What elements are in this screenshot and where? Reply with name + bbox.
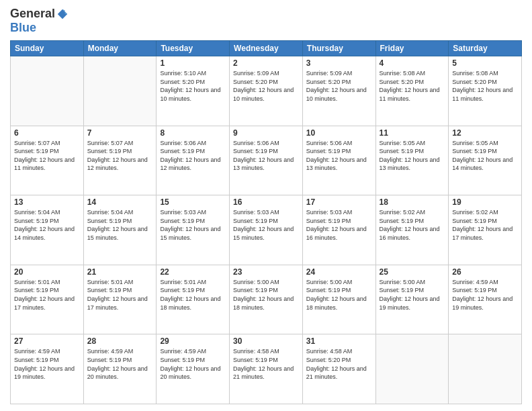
page-header: General Blue bbox=[10, 7, 522, 35]
calendar-cell: 30Sunrise: 4:58 AMSunset: 5:19 PMDayligh… bbox=[230, 334, 303, 404]
calendar-cell: 1Sunrise: 5:10 AMSunset: 5:20 PMDaylight… bbox=[157, 56, 230, 126]
day-number: 26 bbox=[452, 267, 518, 277]
day-info: Sunrise: 4:58 AMSunset: 5:20 PMDaylight:… bbox=[306, 347, 372, 381]
calendar: SundayMondayTuesdayWednesdayThursdayFrid… bbox=[10, 40, 522, 404]
day-info: Sunrise: 5:03 AMSunset: 5:19 PMDaylight:… bbox=[233, 208, 299, 242]
calendar-body: 1Sunrise: 5:10 AMSunset: 5:20 PMDaylight… bbox=[11, 56, 522, 404]
logo-blue-text: Blue bbox=[10, 21, 36, 35]
day-info: Sunrise: 5:06 AMSunset: 5:19 PMDaylight:… bbox=[233, 139, 299, 173]
day-info: Sunrise: 5:03 AMSunset: 5:19 PMDaylight:… bbox=[306, 208, 372, 242]
calendar-cell: 28Sunrise: 4:59 AMSunset: 5:19 PMDayligh… bbox=[83, 334, 157, 404]
calendar-cell: 19Sunrise: 5:02 AMSunset: 5:19 PMDayligh… bbox=[449, 195, 522, 265]
day-number: 19 bbox=[452, 197, 518, 207]
calendar-cell: 4Sunrise: 5:08 AMSunset: 5:20 PMDaylight… bbox=[375, 56, 449, 126]
day-info: Sunrise: 5:09 AMSunset: 5:20 PMDaylight:… bbox=[306, 69, 372, 103]
day-info: Sunrise: 5:01 AMSunset: 5:19 PMDaylight:… bbox=[160, 278, 226, 312]
day-number: 27 bbox=[14, 336, 80, 346]
day-info: Sunrise: 5:08 AMSunset: 5:20 PMDaylight:… bbox=[380, 69, 445, 103]
day-number: 2 bbox=[233, 58, 299, 68]
day-info: Sunrise: 4:59 AMSunset: 5:19 PMDaylight:… bbox=[452, 278, 518, 312]
calendar-cell: 12Sunrise: 5:05 AMSunset: 5:19 PMDayligh… bbox=[449, 126, 522, 195]
day-info: Sunrise: 5:00 AMSunset: 5:19 PMDaylight:… bbox=[233, 278, 299, 312]
logo: General Blue bbox=[10, 7, 69, 35]
day-number: 24 bbox=[306, 267, 372, 277]
calendar-cell: 27Sunrise: 4:59 AMSunset: 5:19 PMDayligh… bbox=[11, 334, 84, 404]
day-number: 5 bbox=[452, 58, 518, 68]
calendar-cell: 14Sunrise: 5:04 AMSunset: 5:19 PMDayligh… bbox=[83, 195, 157, 265]
day-info: Sunrise: 4:59 AMSunset: 5:19 PMDaylight:… bbox=[14, 347, 80, 381]
calendar-cell: 8Sunrise: 5:06 AMSunset: 5:19 PMDaylight… bbox=[157, 126, 230, 195]
week-row-4: 20Sunrise: 5:01 AMSunset: 5:19 PMDayligh… bbox=[11, 265, 522, 334]
day-number: 17 bbox=[306, 197, 372, 207]
day-number: 8 bbox=[160, 128, 226, 138]
calendar-cell: 29Sunrise: 4:59 AMSunset: 5:19 PMDayligh… bbox=[157, 334, 230, 404]
calendar-cell: 3Sunrise: 5:09 AMSunset: 5:20 PMDaylight… bbox=[302, 56, 375, 126]
day-header-monday: Monday bbox=[83, 41, 157, 56]
week-row-5: 27Sunrise: 4:59 AMSunset: 5:19 PMDayligh… bbox=[11, 334, 522, 404]
day-info: Sunrise: 5:03 AMSunset: 5:19 PMDaylight:… bbox=[160, 208, 226, 242]
day-info: Sunrise: 5:04 AMSunset: 5:19 PMDaylight:… bbox=[87, 208, 153, 242]
calendar-cell: 11Sunrise: 5:05 AMSunset: 5:19 PMDayligh… bbox=[375, 126, 449, 195]
calendar-cell: 6Sunrise: 5:07 AMSunset: 5:19 PMDaylight… bbox=[11, 126, 84, 195]
day-number: 18 bbox=[380, 197, 445, 207]
day-info: Sunrise: 5:06 AMSunset: 5:19 PMDaylight:… bbox=[306, 139, 372, 173]
day-number: 22 bbox=[160, 267, 226, 277]
calendar-cell: 23Sunrise: 5:00 AMSunset: 5:19 PMDayligh… bbox=[230, 265, 303, 334]
day-number: 13 bbox=[14, 197, 80, 207]
day-number: 12 bbox=[452, 128, 518, 138]
day-number: 28 bbox=[87, 336, 153, 346]
day-number: 9 bbox=[233, 128, 299, 138]
calendar-cell: 18Sunrise: 5:02 AMSunset: 5:19 PMDayligh… bbox=[375, 195, 449, 265]
calendar-cell: 24Sunrise: 5:00 AMSunset: 5:19 PMDayligh… bbox=[302, 265, 375, 334]
day-number: 30 bbox=[233, 336, 299, 346]
day-number: 14 bbox=[87, 197, 153, 207]
day-header-wednesday: Wednesday bbox=[230, 41, 303, 56]
day-header-saturday: Saturday bbox=[449, 41, 522, 56]
calendar-cell: 15Sunrise: 5:03 AMSunset: 5:19 PMDayligh… bbox=[157, 195, 230, 265]
day-number: 6 bbox=[14, 128, 80, 138]
week-row-1: 1Sunrise: 5:10 AMSunset: 5:20 PMDaylight… bbox=[11, 56, 522, 126]
logo-general-text: General bbox=[10, 7, 55, 21]
day-header-thursday: Thursday bbox=[302, 41, 375, 56]
calendar-cell: 21Sunrise: 5:01 AMSunset: 5:19 PMDayligh… bbox=[83, 265, 157, 334]
day-number: 1 bbox=[160, 58, 226, 68]
week-row-2: 6Sunrise: 5:07 AMSunset: 5:19 PMDaylight… bbox=[11, 126, 522, 195]
day-info: Sunrise: 4:59 AMSunset: 5:19 PMDaylight:… bbox=[87, 347, 153, 381]
week-row-3: 13Sunrise: 5:04 AMSunset: 5:19 PMDayligh… bbox=[11, 195, 522, 265]
calendar-cell: 7Sunrise: 5:07 AMSunset: 5:19 PMDaylight… bbox=[83, 126, 157, 195]
calendar-header: SundayMondayTuesdayWednesdayThursdayFrid… bbox=[11, 41, 522, 56]
day-number: 3 bbox=[306, 58, 372, 68]
day-number: 25 bbox=[380, 267, 445, 277]
day-info: Sunrise: 5:07 AMSunset: 5:19 PMDaylight:… bbox=[14, 139, 80, 173]
day-number: 23 bbox=[233, 267, 299, 277]
calendar-cell: 2Sunrise: 5:09 AMSunset: 5:20 PMDaylight… bbox=[230, 56, 303, 126]
day-info: Sunrise: 5:05 AMSunset: 5:19 PMDaylight:… bbox=[380, 139, 445, 173]
day-info: Sunrise: 5:02 AMSunset: 5:19 PMDaylight:… bbox=[452, 208, 518, 242]
day-number: 4 bbox=[380, 58, 445, 68]
logo-icon bbox=[56, 8, 69, 20]
day-header-friday: Friday bbox=[375, 41, 449, 56]
day-header-sunday: Sunday bbox=[11, 41, 84, 56]
day-info: Sunrise: 5:01 AMSunset: 5:19 PMDaylight:… bbox=[14, 278, 80, 312]
calendar-cell: 26Sunrise: 4:59 AMSunset: 5:19 PMDayligh… bbox=[449, 265, 522, 334]
day-info: Sunrise: 5:02 AMSunset: 5:19 PMDaylight:… bbox=[380, 208, 445, 242]
day-info: Sunrise: 5:00 AMSunset: 5:19 PMDaylight:… bbox=[380, 278, 445, 312]
day-info: Sunrise: 5:00 AMSunset: 5:19 PMDaylight:… bbox=[306, 278, 372, 312]
day-info: Sunrise: 5:10 AMSunset: 5:20 PMDaylight:… bbox=[160, 69, 226, 103]
day-info: Sunrise: 5:01 AMSunset: 5:19 PMDaylight:… bbox=[87, 278, 153, 312]
day-info: Sunrise: 4:58 AMSunset: 5:19 PMDaylight:… bbox=[233, 347, 299, 381]
day-number: 21 bbox=[87, 267, 153, 277]
calendar-cell: 16Sunrise: 5:03 AMSunset: 5:19 PMDayligh… bbox=[230, 195, 303, 265]
calendar-cell: 13Sunrise: 5:04 AMSunset: 5:19 PMDayligh… bbox=[11, 195, 84, 265]
calendar-cell: 20Sunrise: 5:01 AMSunset: 5:19 PMDayligh… bbox=[11, 265, 84, 334]
day-info: Sunrise: 5:09 AMSunset: 5:20 PMDaylight:… bbox=[233, 69, 299, 103]
calendar-cell: 25Sunrise: 5:00 AMSunset: 5:19 PMDayligh… bbox=[375, 265, 449, 334]
day-info: Sunrise: 5:08 AMSunset: 5:20 PMDaylight:… bbox=[452, 69, 518, 103]
day-info: Sunrise: 5:05 AMSunset: 5:19 PMDaylight:… bbox=[452, 139, 518, 173]
day-info: Sunrise: 5:06 AMSunset: 5:19 PMDaylight:… bbox=[160, 139, 226, 173]
day-header-tuesday: Tuesday bbox=[157, 41, 230, 56]
day-number: 16 bbox=[233, 197, 299, 207]
day-number: 20 bbox=[14, 267, 80, 277]
calendar-cell bbox=[83, 56, 157, 126]
calendar-cell: 10Sunrise: 5:06 AMSunset: 5:19 PMDayligh… bbox=[302, 126, 375, 195]
